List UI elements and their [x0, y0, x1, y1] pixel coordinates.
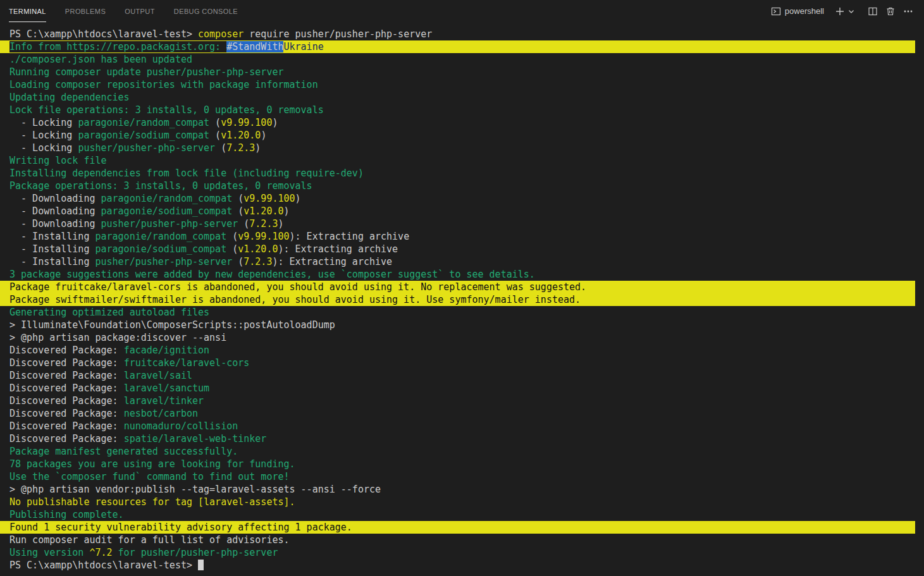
terminal-line: Discovered Package: nesbot/carbon [0, 407, 915, 420]
terminal-line: Package operations: 3 installs, 0 update… [0, 180, 915, 192]
terminal-line: Updating dependencies [0, 91, 915, 104]
terminal-line: - Locking paragonie/sodium_compat (v1.20… [0, 129, 915, 142]
terminal-line: Use the `composer fund` command to find … [0, 470, 915, 483]
tab-debug-console[interactable]: DEBUG CONSOLE [174, 0, 238, 22]
terminal-line: Publishing complete. [0, 508, 915, 521]
terminal-output[interactable]: PS C:\xampp\htdocs\laravel-test> compose… [0, 22, 924, 572]
terminal-line: Discovered Package: laravel/tinker [0, 395, 915, 407]
terminal-line: - Installing pusher/pusher-php-server (7… [0, 255, 915, 268]
terminal-line: Discovered Package: facade/ignition [0, 344, 915, 357]
terminal-line: Using version ^7.2 for pusher/pusher-php… [0, 546, 915, 559]
terminal-line: Loading composer repositories with packa… [0, 78, 915, 91]
terminal-line: > Illuminate\Foundation\ComposerScripts:… [0, 319, 915, 331]
terminal-line: - Downloading pusher/pusher-php-server (… [0, 218, 915, 230]
terminal-controls: powershell [771, 4, 915, 18]
terminal-line: Lock file operations: 3 installs, 0 upda… [0, 104, 915, 116]
terminal-line: PS C:\xampp\htdocs\laravel-test> [0, 559, 915, 572]
tab-problems[interactable]: PROBLEMS [65, 0, 106, 22]
terminal-line: Generating optimized autoload files [0, 306, 915, 319]
terminal-line: ./composer.json has been updated [0, 53, 915, 66]
terminal-line: Found 1 security vulnerability advisory … [0, 521, 915, 534]
terminal-line: > @php artisan vendor:publish --tag=lara… [0, 483, 915, 496]
more-actions-icon[interactable] [901, 4, 915, 18]
panel-tabs: TERMINAL PROBLEMS OUTPUT DEBUG CONSOLE [9, 0, 238, 22]
terminal-line: - Locking pusher/pusher-php-server (7.2.… [0, 142, 915, 154]
terminal-line: Package fruitcake/laravel-cors is abando… [0, 281, 915, 293]
kill-terminal-icon[interactable] [884, 4, 897, 18]
shell-name-label: powershell [785, 6, 824, 16]
split-terminal-icon[interactable] [866, 4, 880, 18]
terminal-line: Running composer update pusher/pusher-ph… [0, 66, 915, 78]
tab-terminal[interactable]: TERMINAL [9, 0, 46, 22]
terminal-line: - Downloading paragonie/random_compat (v… [0, 192, 915, 205]
terminal-line: Package manifest generated successfully. [0, 445, 915, 458]
terminal-line: Info from https://repo.packagist.org: #S… [0, 40, 915, 53]
shell-selector[interactable]: powershell [771, 6, 824, 16]
terminal-line: Discovered Package: nunomaduro/collision [0, 420, 915, 432]
terminal-line: Run composer audit for a full list of ad… [0, 534, 915, 546]
terminal-icon [771, 6, 781, 16]
terminal-line: Installing dependencies from lock file (… [0, 167, 915, 180]
panel-tab-bar: TERMINAL PROBLEMS OUTPUT DEBUG CONSOLE p… [0, 0, 924, 22]
terminal-line: No publishable resources for tag [larave… [0, 496, 915, 508]
terminal-line: Package swiftmailer/swiftmailer is aband… [0, 293, 915, 306]
terminal-line: Discovered Package: spatie/laravel-web-t… [0, 432, 915, 445]
terminal-line: PS C:\xampp\htdocs\laravel-test> compose… [0, 28, 915, 40]
terminal-line: Discovered Package: fruitcake/laravel-co… [0, 357, 915, 369]
terminal-line: > @php artisan package:discover --ansi [0, 331, 915, 344]
terminal-line: 78 packages you are using are looking fo… [0, 458, 915, 470]
terminal-line: Writing lock file [0, 154, 915, 167]
terminal-line: 3 package suggestions were added by new … [0, 268, 915, 281]
launch-profile-chevron-icon[interactable] [844, 4, 858, 18]
terminal-line: - Installing paragonie/random_compat (v9… [0, 230, 915, 243]
terminal-line: Discovered Package: laravel/sail [0, 369, 915, 382]
terminal-line: - Installing paragonie/sodium_compat (v1… [0, 243, 915, 255]
terminal-cursor [198, 560, 204, 570]
tab-output[interactable]: OUTPUT [125, 0, 155, 22]
terminal-line: - Downloading paragonie/sodium_compat (v… [0, 205, 915, 218]
terminal-line: Discovered Package: laravel/sanctum [0, 382, 915, 395]
terminal-line: - Locking paragonie/random_compat (v9.99… [0, 116, 915, 129]
